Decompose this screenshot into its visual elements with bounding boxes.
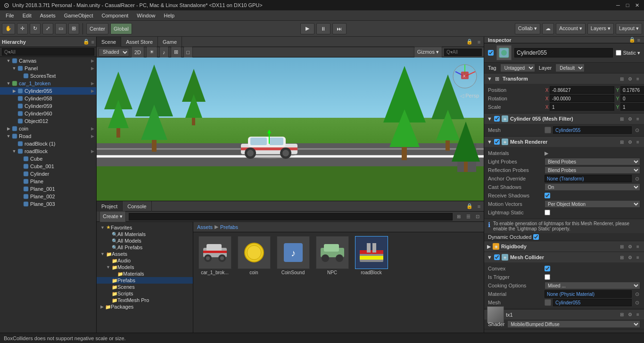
layer-select[interactable]: Default (555, 64, 585, 72)
project-sidebar-item-allmodels[interactable]: 🔍 All Models (97, 237, 193, 244)
component-transform-header[interactable]: ▼ ⊞ Transform ⊞ ⚙ ≡ (484, 74, 644, 84)
hierarchy-item-road[interactable]: ▼Road▶ (0, 132, 96, 140)
material-action-2[interactable]: ⚙ (627, 311, 633, 318)
2d-toggle[interactable]: 2D (131, 47, 144, 58)
step-button[interactable]: ⏭ (332, 23, 347, 34)
project-action-1[interactable]: ⊞ (455, 213, 462, 220)
tab-game[interactable]: Game (158, 37, 182, 47)
meshfilter-action-2[interactable]: ⚙ (627, 115, 633, 122)
component-mesh-collider-header[interactable]: ▼ ◈ Mesh Collider ⊞ ⚙ ≡ (484, 252, 644, 262)
project-search-input[interactable] (129, 213, 453, 220)
hierarchy-expand-arrow-panel[interactable]: ▶ (91, 66, 94, 71)
scene-panel-lock[interactable]: 🔒 (465, 37, 474, 47)
meshfilter-action-3[interactable]: ≡ (635, 115, 641, 122)
center-toggle-button[interactable]: Center (86, 23, 108, 34)
breadcrumb-prefabs[interactable]: Prefabs (220, 224, 238, 230)
collab-button[interactable]: Collab ▾ (515, 23, 540, 34)
hierarchy-item-plane001[interactable]: Plane_001 (0, 185, 96, 193)
meshcollider-action-2[interactable]: ⚙ (627, 254, 633, 261)
hierarchy-item-cylinder[interactable]: Cylinder (0, 170, 96, 178)
hierarchy-item-roadblock[interactable]: ▼roadBlock▶ (0, 147, 96, 155)
rot-x-input[interactable] (550, 95, 614, 102)
hierarchy-item-cylinder060[interactable]: Cylinder060 (0, 110, 96, 117)
rigidbody-action-1[interactable]: ⊞ (619, 243, 625, 250)
anchor-select[interactable]: ⊙ (634, 176, 640, 182)
scale-y-input[interactable] (620, 103, 644, 111)
dynamic-occluded-checkbox[interactable] (533, 234, 539, 240)
meshcollider-action-3[interactable]: ≡ (635, 254, 641, 261)
close-button[interactable]: ✕ (634, 2, 640, 8)
motion-vectors-select[interactable]: Per Object Motion (545, 200, 640, 208)
project-sidebar-item-packages[interactable]: ▶📁 Packages (97, 303, 193, 310)
asset-item-roadblock[interactable]: roadBlock (354, 236, 389, 275)
hierarchy-expand-arrow-canvas[interactable]: ▶ (91, 58, 94, 63)
lightmap-static-checkbox[interactable] (545, 210, 550, 215)
menu-item-file[interactable]: File (2, 12, 18, 19)
hierarchy-expand-arrow-road[interactable]: ▶ (91, 134, 94, 139)
project-action-2[interactable]: ☰ (465, 213, 471, 220)
transform-action-3[interactable]: ≡ (635, 75, 641, 82)
meshfilter-action-1[interactable]: ⊞ (619, 115, 625, 122)
meshrenderer-action-3[interactable]: ≡ (635, 139, 641, 145)
scene-panel-menu[interactable]: ≡ (474, 37, 484, 47)
project-sidebar-item-prefabs[interactable]: 📁 Prefabs (97, 277, 193, 284)
material-action-1[interactable]: ⊞ (619, 311, 625, 318)
hierarchy-item-cylinder059[interactable]: Cylinder059 (0, 102, 96, 110)
transform-action-2[interactable]: ⚙ (627, 75, 633, 82)
project-sidebar-item-models[interactable]: ▼📁 Models (97, 264, 193, 270)
hierarchy-expand-arrow-coin[interactable]: ▶ (91, 126, 94, 131)
rotate-tool-button[interactable]: ↻ (30, 23, 41, 34)
hierarchy-expand-arrow-cylinder055[interactable]: ▶ (91, 89, 94, 93)
project-action-3[interactable]: ⊡ (474, 213, 481, 220)
inspector-menu-icon[interactable]: ≡ (637, 37, 640, 43)
pos-x-input[interactable] (550, 86, 614, 94)
hierarchy-item-coin[interactable]: ▶coin▶ (0, 125, 96, 132)
object-name-field[interactable] (514, 48, 613, 57)
pos-y-input[interactable] (620, 86, 644, 94)
audio-toggle[interactable]: ♪ (159, 47, 169, 58)
layers-button[interactable]: Layers ▾ (587, 23, 614, 34)
component-mesh-filter-header[interactable]: ▼ ◈ Cylinder 055 (Mesh Filter) ⊞ ⚙ ≡ (484, 114, 644, 124)
maximize-button[interactable]: □ (624, 2, 631, 8)
lighting-toggle[interactable]: ☀ (146, 47, 157, 58)
asset-item-coin[interactable]: coin (236, 236, 272, 275)
tab-asset-store[interactable]: Asset Store (121, 37, 158, 47)
rigidbody-action-2[interactable]: ⚙ (627, 243, 633, 250)
project-sidebar-item-scripts[interactable]: 📁 Scripts (97, 290, 193, 297)
object-active-checkbox[interactable] (488, 50, 494, 56)
hierarchy-item-plane002[interactable]: Plane_002 (0, 193, 96, 200)
receive-shadows-checkbox[interactable] (545, 193, 550, 198)
component-mesh-renderer-header[interactable]: ▼ ◈ Mesh Renderer ⊞ ⚙ ≡ (484, 137, 644, 147)
meshcollider-enable-checkbox[interactable] (494, 254, 500, 260)
rect-tool-button[interactable]: ▭ (55, 23, 66, 34)
collider-mesh-select[interactable]: ⊙ (634, 300, 640, 306)
hierarchy-item-panel[interactable]: ▼Panel▶ (0, 65, 96, 72)
hierarchy-item-roadblock1[interactable]: roadBlock (1) (0, 140, 96, 147)
hierarchy-item-cube[interactable]: Cube (0, 155, 96, 163)
play-button[interactable]: ▶ (300, 23, 314, 34)
create-button[interactable]: Create ▾ (99, 211, 126, 222)
hand-tool-button[interactable]: ✋ (2, 23, 15, 34)
reflection-probes-select[interactable]: Blend Probes (545, 166, 640, 174)
meshrenderer-action-2[interactable]: ⚙ (627, 139, 633, 145)
hierarchy-item-canvas[interactable]: ▼Canvas▶ (0, 57, 96, 65)
project-sidebar-item-materials[interactable]: 📁 Materials (97, 270, 193, 277)
mesh-ref-input[interactable] (553, 126, 632, 134)
hierarchy-expand-arrow-car1broken[interactable]: ▶ (91, 81, 94, 86)
menu-item-assets[interactable]: Assets (36, 12, 59, 19)
scene-canvas[interactable]: ◁ Persp X (97, 57, 484, 201)
material-input[interactable] (545, 290, 632, 298)
minimize-button[interactable]: ─ (615, 2, 621, 8)
hierarchy-menu-icon[interactable]: ≡ (91, 39, 94, 45)
meshrenderer-enable-checkbox[interactable] (494, 139, 500, 145)
move-tool-button[interactable]: ✛ (17, 23, 28, 34)
hierarchy-item-car1broken[interactable]: ▼car_1_broken▶ (0, 80, 96, 87)
material-select-btn[interactable]: ⊙ (634, 291, 640, 297)
cloud-button[interactable]: ☁ (542, 23, 554, 34)
hierarchy-search-input[interactable] (2, 48, 94, 56)
menu-item-gameobject[interactable]: GameObject (60, 12, 97, 19)
asset-item-car1broken[interactable]: car_1_brok... (197, 236, 232, 275)
rigidbody-action-3[interactable]: ≡ (635, 243, 641, 250)
menu-item-component[interactable]: Component (98, 12, 132, 19)
pause-button[interactable]: ⏸ (316, 23, 330, 34)
